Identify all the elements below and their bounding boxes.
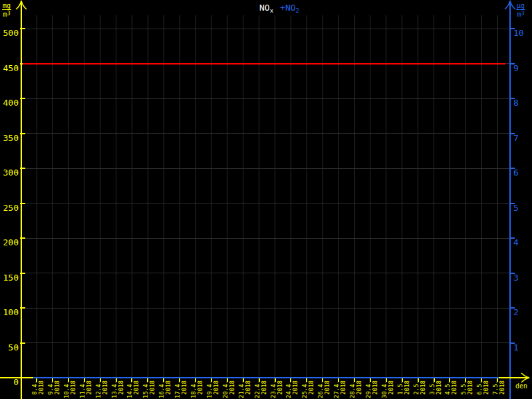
- x-axis-date-label: 11.4.2018: [79, 380, 92, 398]
- date-text: 14.4.: [126, 380, 133, 398]
- left-axis-tick-label: 50: [0, 342, 19, 353]
- left-unit-exponent: 3: [7, 11, 11, 17]
- gridline-vertical: [466, 15, 466, 378]
- gridline-vertical: [227, 15, 227, 378]
- x-axis-date-label: 5.5.2018: [460, 380, 473, 398]
- date-text: 25.4.: [301, 380, 308, 398]
- series-nox-title: NOx: [259, 3, 273, 13]
- series-no2-title: +NO2: [280, 3, 299, 13]
- x-axis-date-label: 15.4.2018: [142, 380, 156, 398]
- x-axis-date-label: 10.4.2018: [63, 380, 76, 398]
- right-axis-tick-label: 3: [513, 273, 519, 283]
- right-unit-denominator: m3: [516, 10, 525, 18]
- date-text: 17.4.: [174, 380, 181, 398]
- no2-subscript: 2: [296, 7, 299, 14]
- right-axis-tick-label: 10: [513, 28, 524, 39]
- left-axis-tick: [20, 307, 25, 309]
- year-text: 2018: [467, 380, 473, 398]
- right-axis-tick-label: 8: [513, 98, 519, 108]
- year-text: 2018: [372, 380, 378, 398]
- left-axis-tick: [20, 342, 25, 344]
- x-axis-date-label: 27.4.2018: [333, 380, 346, 398]
- gridline-vertical: [164, 15, 164, 378]
- date-text: 16.4.: [158, 380, 165, 398]
- left-axis-tick-label: 250: [0, 203, 19, 213]
- right-axis-tick-label: 6: [513, 168, 519, 178]
- gridline-vertical: [52, 15, 53, 378]
- right-axis-tick-label: 1: [513, 342, 519, 353]
- gridline-vertical: [338, 15, 339, 378]
- gridline-vertical: [434, 15, 434, 378]
- year-text: 2018: [181, 380, 188, 398]
- date-text: 19.4.: [206, 380, 213, 398]
- x-axis-date-label: 22.4.2018: [254, 380, 267, 398]
- date-text: 1.5.: [397, 380, 404, 398]
- x-axis-date-label: 2.5.2018: [413, 380, 426, 398]
- date-text: 12.4.: [95, 380, 102, 398]
- left-axis-tick: [20, 28, 25, 29]
- x-axis-date-label: 9.4.2018: [47, 380, 61, 398]
- gridline-vertical: [37, 15, 37, 378]
- gridline-horizontal: [22, 203, 510, 203]
- gridline-vertical: [68, 15, 68, 378]
- right-unit-exponent: 3: [521, 11, 525, 17]
- year-text: 2018: [86, 380, 92, 398]
- right-axis-tick-label: 4: [513, 237, 519, 248]
- gridline-vertical: [116, 15, 116, 378]
- left-axis-tick: [20, 203, 25, 204]
- year-text: 2018: [149, 380, 156, 398]
- year-text: 2018: [197, 380, 203, 398]
- gridline-vertical: [132, 15, 132, 378]
- year-text: 2018: [324, 380, 331, 398]
- gridline-vertical: [291, 15, 291, 378]
- date-text: 23.4.: [270, 380, 277, 398]
- date-text: 22.4.: [254, 380, 261, 398]
- date-text: 11.4.: [79, 380, 86, 398]
- gridline-vertical: [259, 15, 259, 378]
- left-axis-arrow-icon: [15, 0, 27, 10]
- year-text: 2018: [340, 380, 346, 398]
- date-text: 5.5.: [460, 380, 467, 398]
- x-axis-date-label: 7.5.2018: [492, 380, 505, 398]
- date-text: 15.4.: [142, 380, 149, 398]
- date-text: 4.5.: [444, 380, 451, 398]
- x-axis-date-label: 28.4.2018: [349, 380, 362, 398]
- left-axis-tick-label: 500: [0, 28, 19, 39]
- x-axis-date-label: 17.4.2018: [174, 380, 188, 398]
- x-axis-date-label: 24.4.2018: [285, 380, 299, 398]
- year-text: 2018: [70, 380, 76, 398]
- x-axis-date-label: 4.5.2018: [444, 380, 458, 398]
- date-text: 24.4.: [285, 380, 292, 398]
- gridline-horizontal: [22, 342, 510, 343]
- x-axis-date-label: 16.4.2018: [158, 380, 172, 398]
- right-unit-numerator: µg: [516, 2, 525, 10]
- chart-title: NOx+NO2: [27, 3, 532, 14]
- x-axis-date-label: 20.4.2018: [222, 380, 235, 398]
- x-axis-date-label: 26.4.2018: [317, 380, 331, 398]
- gridline-vertical: [275, 15, 275, 378]
- gridline-vertical: [323, 15, 323, 378]
- year-text: 2018: [420, 380, 426, 398]
- date-text: 28.4.: [349, 380, 356, 398]
- x-axis-date-label: 14.4.2018: [126, 380, 140, 398]
- right-axis-tick-label: 7: [513, 133, 519, 144]
- gridline-horizontal: [22, 133, 510, 134]
- date-text: 10.4.: [63, 380, 70, 398]
- year-text: 2018: [261, 380, 267, 398]
- left-unit-denominator: m3: [2, 10, 11, 18]
- left-axis-tick-label: 0: [0, 377, 19, 388]
- date-text: 2.5.: [413, 380, 420, 398]
- gridline-vertical: [386, 15, 386, 378]
- left-axis-tick-label: 350: [0, 133, 19, 144]
- gridline-horizontal: [22, 98, 510, 99]
- year-text: 2018: [229, 380, 235, 398]
- year-text: 2018: [308, 380, 315, 398]
- left-axis-tick: [20, 273, 25, 274]
- date-text: 26.4.: [317, 380, 324, 398]
- year-text: 2018: [404, 380, 410, 398]
- left-axis-tick-label: 150: [0, 273, 19, 283]
- left-axis-tick: [20, 168, 25, 169]
- date-text: 3.5.: [429, 380, 436, 398]
- series-line-no2: [33, 377, 499, 378]
- right-axis-tick-label: 2: [513, 307, 519, 318]
